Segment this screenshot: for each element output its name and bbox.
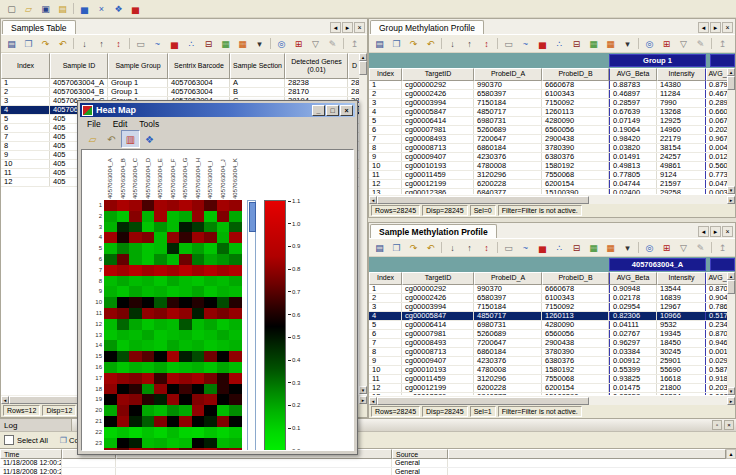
column-header[interactable]: Detected Genes (0.01) — [285, 53, 348, 79]
table-row[interactable]: 1cg0000029299037066606780.88783143800.87… — [369, 81, 727, 90]
log-scrollbar[interactable]: ▴ — [726, 449, 736, 459]
column-header[interactable]: AVG_ — [706, 68, 727, 81]
column-header[interactable]: ProbeID_B — [542, 272, 609, 285]
heatmap-scrollbar[interactable] — [247, 200, 256, 451]
table-row[interactable]: 10cg00010193478000815801920.55399556900.… — [369, 366, 727, 375]
column-header[interactable]: Intensity — [657, 68, 706, 81]
sort-descending-icon[interactable]: ↑ — [461, 240, 478, 256]
vertical-scrollbar[interactable]: ▴ ▾ — [727, 68, 735, 194]
table-row[interactable]: 12cg00012199620022862001540.01475218000.… — [369, 384, 727, 393]
column-header[interactable]: AVG_Beta — [609, 68, 657, 81]
column-header[interactable]: Index — [369, 272, 402, 285]
heatmap-plot-icon[interactable]: ▦ — [585, 36, 602, 52]
pin-icon[interactable]: ▫ — [712, 420, 722, 430]
scatter-chart-icon[interactable]: ∴ — [551, 36, 568, 52]
table-row[interactable]: 8cg00008713686018437803900.03384302450.0… — [369, 348, 727, 357]
panel-close-icon[interactable]: × — [722, 22, 733, 33]
table-row[interactable]: 2cg00002426658039761003430.46897112840.4… — [369, 90, 727, 99]
sort-custom-icon[interactable]: ↕ — [110, 36, 127, 52]
horizontal-scrollbar[interactable]: ◂ ▸ — [369, 194, 735, 204]
menu-tools[interactable]: Tools — [139, 119, 159, 129]
time-column-header[interactable]: Time — [0, 449, 62, 459]
filter-icon[interactable]: ▽ — [675, 36, 692, 52]
scatter-chart-icon[interactable]: ∴ — [183, 36, 200, 52]
table-row[interactable]: 7cg00008493720064729004380.96297184500.9… — [369, 339, 727, 348]
panel-close-icon[interactable]: × — [354, 22, 365, 33]
color-map-icon[interactable]: ▦ — [234, 36, 251, 52]
heatmap-plot-icon[interactable]: ▦ — [585, 240, 602, 256]
sort-ascending-icon[interactable]: ↓ — [76, 36, 93, 52]
heat-map-titlebar[interactable]: Heat Map _ □ × — [80, 103, 355, 117]
scrollbar-thumb[interactable] — [727, 280, 735, 294]
cluster-icon[interactable]: ❖ — [110, 1, 127, 17]
scroll-down-icon[interactable]: ▾ — [727, 186, 735, 194]
import-icon[interactable]: ↷ — [405, 240, 422, 256]
histogram-plot-icon[interactable]: ▅ — [534, 36, 551, 52]
tab-scroll-left-icon[interactable]: ◂ — [698, 226, 709, 237]
move-down-icon[interactable]: ↧ — [731, 240, 736, 256]
table-row[interactable]: 2cg00002426658039761003430.02178168390.9… — [369, 294, 727, 303]
colormap-dropdown-icon[interactable]: ▾ — [251, 36, 268, 52]
heatmap-plot-icon[interactable]: ▦ — [217, 36, 234, 52]
annotation-icon[interactable]: ⊞ — [658, 36, 675, 52]
tab-group-methylation-profile[interactable]: Group Methylation Profile — [370, 20, 484, 34]
filter-icon[interactable]: ▽ — [307, 36, 324, 52]
table-row[interactable]: 8cg00008713686018437803900.03820381540.0… — [369, 144, 727, 153]
sort-descending-icon[interactable]: ↑ — [461, 36, 478, 52]
histogram-icon[interactable]: ▅ — [127, 1, 144, 17]
table-row[interactable]: 14057063004_AGroup 14057063004A2823828 — [1, 79, 359, 88]
zoom-icon[interactable]: ◎ — [273, 36, 290, 52]
scroll-down-icon[interactable]: ▾ — [359, 386, 367, 394]
scatter-chart-icon[interactable]: ∴ — [551, 240, 568, 256]
sort-ascending-icon[interactable]: ↓ — [444, 36, 461, 52]
heatmap-toggle-icon[interactable]: ▥ — [121, 130, 140, 148]
tab-scroll-left-icon[interactable]: ◂ — [330, 22, 341, 33]
color-map-icon[interactable]: ▦ — [602, 36, 619, 52]
move-up-icon[interactable]: ↥ — [346, 36, 363, 52]
zoom-icon[interactable]: ◎ — [641, 36, 658, 52]
line-plot-icon[interactable]: ~ — [149, 36, 166, 52]
menu-file[interactable]: File — [87, 119, 101, 129]
export-icon[interactable]: ↶ — [422, 240, 439, 256]
load-data-icon[interactable]: ▤ — [371, 36, 388, 52]
move-up-icon[interactable]: ↥ — [714, 240, 731, 256]
histogram-plot-icon[interactable]: ▅ — [534, 240, 551, 256]
minimize-icon[interactable]: _ — [312, 105, 325, 116]
sort-custom-icon[interactable]: ↕ — [478, 36, 495, 52]
column-header[interactable]: Sample Section — [230, 53, 285, 79]
scatter-plot-icon[interactable]: × — [93, 1, 110, 17]
colormap-dropdown-icon[interactable]: ▾ — [619, 240, 636, 256]
table-row[interactable]: 1cg0000029299037066606780.90948135440.87… — [369, 285, 727, 294]
panel-close-icon[interactable]: × — [722, 226, 733, 237]
column-header[interactable]: Sample ID — [50, 53, 108, 79]
scroll-right-icon[interactable]: ▸ — [359, 396, 367, 404]
navigate-icon[interactable]: ❖ — [140, 130, 159, 148]
color-map-icon[interactable]: ▦ — [602, 240, 619, 256]
load-data-icon[interactable]: ▤ — [3, 36, 20, 52]
table-row[interactable]: 6cg00007981526068965600560.02767193450.8… — [369, 330, 727, 339]
image-plot-icon[interactable]: ▭ — [500, 240, 517, 256]
scrollbar-thumb[interactable] — [359, 61, 367, 75]
box-plot-icon[interactable]: ⊟ — [568, 36, 585, 52]
scroll-up-icon[interactable]: ▴ — [359, 53, 367, 61]
table-row[interactable]: 9cg00009407423037663803760.01491242570.0… — [369, 153, 727, 162]
scrollbar-thumb[interactable] — [727, 76, 735, 90]
sort-descending-icon[interactable]: ↑ — [93, 36, 110, 52]
copy-icon[interactable]: ❐ — [388, 36, 405, 52]
table-row[interactable]: 24057063004_BGroup 14057063004B2817028 — [1, 88, 359, 97]
table-row[interactable]: 4cg00005847485071712601130.67639132680.6… — [369, 108, 727, 117]
heat-map-window[interactable]: Heat Map _ □ × File Edit Tools ▱↶▥❖ 4057… — [77, 100, 358, 455]
box-plot-icon[interactable]: ⊟ — [568, 240, 585, 256]
image-plot-icon[interactable]: ▭ — [500, 36, 517, 52]
table-row[interactable]: 4cg00005847485071712601130.82306109660.5… — [369, 312, 727, 321]
edit-icon[interactable]: ✎ — [324, 36, 341, 52]
log-row[interactable]: 11/18/2008 12:00:2...General — [0, 459, 736, 468]
column-header[interactable]: ProbeID_A — [474, 68, 542, 81]
scroll-up-icon[interactable]: ▴ — [727, 68, 735, 76]
scroll-left-icon[interactable]: ◂ — [369, 196, 377, 204]
image-plot-icon[interactable]: ▭ — [132, 36, 149, 52]
column-header[interactable]: AVG_Beta — [609, 272, 657, 285]
tab-sample-methylation-profile[interactable]: Sample Methylation Profile — [370, 224, 497, 238]
source-column-header[interactable]: Source — [392, 449, 448, 459]
move-down-icon[interactable]: ↧ — [731, 36, 736, 52]
